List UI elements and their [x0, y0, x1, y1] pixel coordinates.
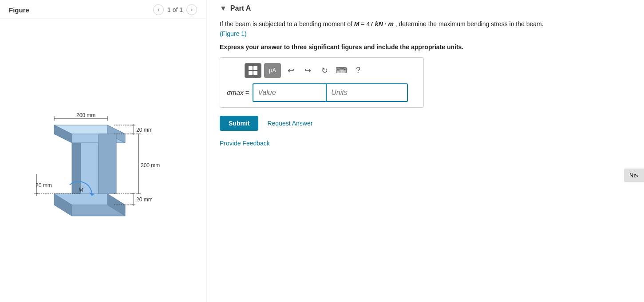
express-text: Express your answer to three significant… — [220, 43, 631, 51]
keyboard-icon: ⌨ — [336, 66, 347, 75]
svg-text:300 mm: 300 mm — [141, 162, 160, 169]
provide-feedback-link[interactable]: Provide Feedback — [220, 140, 270, 147]
units-input[interactable] — [326, 83, 408, 102]
problem-text-equals: = 47 — [359, 20, 375, 27]
problem-text-before: If the beam is subjected to a bending mo… — [220, 20, 354, 27]
math-unit: kN · m — [375, 20, 394, 27]
prev-figure-button[interactable]: ‹ — [153, 4, 164, 15]
mu-icon: μA — [269, 67, 276, 74]
grid-cell-2 — [253, 66, 257, 70]
undo-button[interactable]: ↩ — [284, 63, 298, 78]
svg-marker-9 — [99, 134, 116, 194]
request-answer-link[interactable]: Request Answer — [267, 120, 312, 127]
svg-text:200 mm: 200 mm — [76, 112, 95, 118]
matrix-icon — [249, 66, 257, 75]
svg-text:20 mm: 20 mm — [36, 182, 52, 188]
problem-text: If the beam is subjected to a bending mo… — [220, 19, 631, 39]
action-row: Submit Request Answer — [220, 116, 631, 131]
problem-text-after: , determine the maximum bending stress i… — [394, 20, 544, 27]
figure-title: Figure — [9, 6, 29, 14]
math-M: M — [354, 20, 360, 27]
part-header: ▼ Part A — [220, 4, 631, 12]
grid-cell-4 — [253, 71, 257, 75]
next-button[interactable]: Ne› — [624, 169, 644, 182]
left-panel: Figure ‹ 1 of 1 › — [0, 0, 206, 302]
beam-diagram: 200 mm 20 mm 300 mm M 20 mm — [28, 98, 178, 227]
svg-text:20 mm: 20 mm — [136, 196, 153, 203]
collapse-arrow-icon[interactable]: ▼ — [220, 4, 227, 12]
keyboard-button[interactable]: ⌨ — [334, 63, 348, 78]
help-button[interactable]: ? — [351, 63, 365, 78]
refresh-icon: ↻ — [321, 66, 328, 75]
redo-button[interactable]: ↪ — [300, 63, 315, 78]
refresh-button[interactable]: ↻ — [317, 63, 332, 78]
right-panel: ▼ Part A If the beam is subjected to a b… — [206, 0, 644, 302]
figure-count: 1 of 1 — [167, 6, 183, 13]
answer-input-box: μA ↩ ↪ ↻ ⌨ ? σmax = — [220, 57, 424, 108]
figure-navigation: ‹ 1 of 1 › — [153, 4, 197, 15]
grid-cell-1 — [249, 66, 253, 70]
sigma-label: σmax = — [227, 89, 249, 96]
grid-cell-3 — [249, 71, 253, 75]
redo-icon: ↪ — [304, 66, 311, 75]
mu-button[interactable]: μA — [264, 63, 281, 78]
svg-text:M: M — [79, 186, 83, 193]
matrix-button[interactable] — [245, 63, 261, 78]
submit-button[interactable]: Submit — [220, 116, 258, 131]
next-figure-button[interactable]: › — [186, 4, 197, 15]
feedback-next-row: Provide Feedback Ne› — [220, 140, 631, 147]
figure-header: Figure ‹ 1 of 1 › — [0, 4, 206, 19]
input-row: σmax = — [227, 83, 417, 102]
svg-text:20 mm: 20 mm — [136, 127, 153, 133]
figure-image-area: 200 mm 20 mm 300 mm M 20 mm — [0, 24, 206, 302]
part-title: Part A — [230, 4, 251, 12]
help-icon: ? — [356, 66, 360, 75]
undo-icon: ↩ — [288, 66, 294, 75]
answer-toolbar: μA ↩ ↪ ↻ ⌨ ? — [227, 63, 417, 78]
value-input[interactable] — [253, 83, 326, 102]
figure-link[interactable]: (Figure 1) — [220, 30, 247, 37]
